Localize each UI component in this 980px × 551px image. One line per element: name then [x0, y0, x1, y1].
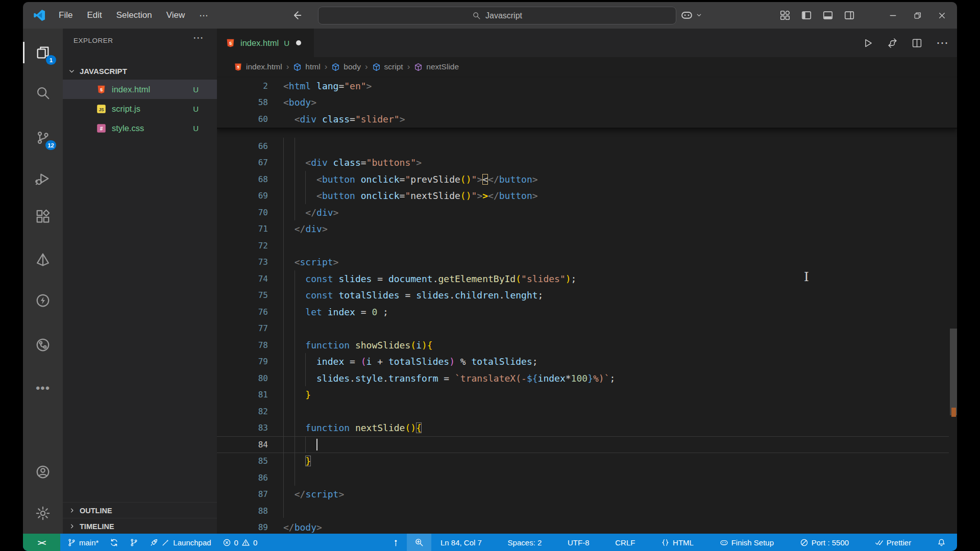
modified-indicator[interactable] [296, 40, 301, 45]
activity-extension-pyramid[interactable] [23, 247, 63, 272]
code-line-85[interactable]: 85 } [217, 453, 949, 470]
formatter-status[interactable]: Prettier [875, 534, 911, 551]
file-item-script.js[interactable]: JSscript.jsU [63, 99, 217, 118]
line-content: <div class="buttons"> [268, 157, 949, 168]
outline-panel-header[interactable]: OUTLINE [63, 502, 217, 518]
breadcrumb-item-html[interactable]: html [293, 62, 320, 71]
timeline-label: TIMELINE [80, 522, 114, 531]
run-file-button[interactable] [863, 38, 873, 48]
activity-explorer[interactable]: 1 [23, 40, 63, 65]
breadcrumb-item-script[interactable]: script [372, 62, 403, 71]
breadcrumb-item-nextSlide[interactable]: nextSlide [414, 62, 459, 71]
close-button[interactable] [929, 2, 954, 29]
code-line-83[interactable]: 83 function nextSlide(){ [217, 420, 949, 437]
minimize-button[interactable] [880, 2, 905, 29]
explorer-more-actions[interactable]: ⋯ [193, 32, 204, 44]
code-line-78[interactable]: 78 function showSlides(i){ [217, 337, 949, 354]
back-arrow-button[interactable] [291, 10, 302, 21]
screencast-status[interactable] [386, 534, 405, 551]
toggle-secondary-sidebar-button[interactable] [844, 10, 855, 21]
code-line-72[interactable]: 72 [217, 237, 949, 254]
cube-blue-icon [331, 63, 340, 71]
breadcrumb-separator: › [365, 62, 368, 72]
menu-more[interactable]: ⋯ [192, 7, 215, 24]
tab-index-html[interactable]: 5 index.html U [217, 29, 314, 57]
open-changes-button[interactable] [887, 38, 898, 48]
sticky-scroll[interactable]: 2<html lang="en">58<body>60 <div class="… [217, 78, 957, 129]
code-line-2[interactable]: 2<html lang="en"> [217, 78, 957, 94]
timeline-panel-header[interactable]: TIMELINE [63, 518, 217, 534]
code-line-87[interactable]: 87 </script> [217, 486, 949, 503]
copilot-setup-status[interactable]: Finish Setup [720, 534, 774, 551]
menu-file[interactable]: File [52, 7, 80, 23]
activity-thunder-client[interactable] [23, 288, 63, 313]
toggle-sidebar-button[interactable] [801, 10, 812, 21]
eol-status[interactable]: CRLF [615, 534, 635, 551]
customize-layout-button[interactable] [779, 10, 791, 21]
rocket-icon [150, 538, 158, 547]
cursor-position-status[interactable]: Ln 84, Col 7 [440, 534, 482, 551]
encoding-status[interactable]: UTF-8 [568, 534, 590, 551]
code-line-67[interactable]: 67 <div class="buttons"> [217, 155, 949, 171]
code-line-70[interactable]: 70 </div> [217, 204, 949, 221]
code-line-69[interactable]: 69 <button onclick="nextSlide()">></butt… [217, 188, 949, 205]
breadcrumb-item-indexhtml[interactable]: 5index.html [234, 62, 282, 71]
code-line-79[interactable]: 79 index = (i + totalSlides) % totalSlid… [217, 354, 949, 370]
copilot-menu-button[interactable] [680, 9, 703, 21]
code-line-58[interactable]: 58<body> [217, 94, 957, 111]
indentation-status[interactable]: Spaces: 2 [508, 534, 542, 551]
split-editor-button[interactable] [912, 38, 922, 48]
code-line-68[interactable]: 68 <button onclick="prevSlide()"><</butt… [217, 171, 949, 188]
git-graph-status[interactable] [124, 534, 144, 551]
zoom-status[interactable] [407, 534, 431, 551]
search-icon [35, 85, 51, 101]
code-line-75[interactable]: 75 const totalSlides = slides.children.l… [217, 287, 949, 304]
menu-edit[interactable]: Edit [80, 7, 109, 23]
activity-account[interactable] [23, 460, 63, 484]
line-number: 73 [217, 257, 268, 267]
menu-selection[interactable]: Selection [109, 7, 159, 23]
code-line-82[interactable]: 82 [217, 403, 949, 420]
code-line-81[interactable]: 81 } [217, 387, 949, 404]
activity-run-debug[interactable] [23, 166, 63, 191]
notifications-status[interactable] [937, 534, 946, 551]
launchpad-status[interactable]: Launchpad [144, 534, 216, 551]
code-line-66[interactable]: 66 [217, 138, 949, 155]
activity-source-control[interactable]: 12 [23, 126, 63, 150]
code-line-84[interactable]: 84 [217, 436, 949, 453]
git-branch-status[interactable]: main* [62, 534, 104, 551]
code-line-71[interactable]: 71 </div> [217, 221, 949, 238]
more-actions-button[interactable]: ⋯ [936, 36, 949, 50]
activity-search[interactable] [23, 81, 63, 105]
activity-git-graph[interactable] [23, 333, 63, 357]
activity-extensions[interactable] [23, 204, 63, 229]
restore-button[interactable] [905, 2, 929, 29]
language-mode-status[interactable]: HTML [661, 534, 694, 551]
scrollbar-thumb[interactable] [950, 329, 957, 415]
menu-view[interactable]: View [159, 7, 192, 23]
problems-status[interactable]: 0 0 [217, 534, 263, 551]
remote-indicator[interactable]: >< [23, 534, 60, 551]
live-server-port-status[interactable]: Port : 5500 [800, 534, 849, 551]
code-line-88[interactable]: 88 [217, 503, 949, 519]
code-line-74[interactable]: 74 const slides = document.getElementByI… [217, 270, 949, 287]
activity-settings[interactable] [23, 501, 63, 525]
command-center-search[interactable]: Javascript [318, 7, 676, 24]
code-area[interactable]: 6667 <div class="buttons">68 <button onc… [217, 77, 957, 534]
code-line-77[interactable]: 77 [217, 320, 949, 337]
breadcrumb-item-body[interactable]: body [331, 62, 361, 71]
file-item-style.css[interactable]: #style.cssU [63, 118, 217, 138]
code-line-76[interactable]: 76 let index = 0 ; [217, 304, 949, 320]
file-item-index.html[interactable]: 5index.htmlU [63, 80, 217, 99]
code-line-60[interactable]: 60 <div class="slider"> [217, 111, 957, 128]
activity-more[interactable]: ••• [23, 376, 63, 400]
code-line-89[interactable]: 89</body> [217, 519, 949, 534]
folder-section-header[interactable]: JAVASCRIPT [63, 62, 217, 80]
code-line-80[interactable]: 80 slides.style.transform = `translateX(… [217, 370, 949, 387]
code-line-86[interactable]: 86 [217, 469, 949, 486]
line-number: 86 [217, 473, 268, 483]
code-line-73[interactable]: 73 <script> [217, 254, 949, 271]
line-number: 2 [217, 81, 268, 91]
sync-status[interactable] [104, 534, 124, 551]
toggle-panel-button[interactable] [822, 10, 834, 21]
